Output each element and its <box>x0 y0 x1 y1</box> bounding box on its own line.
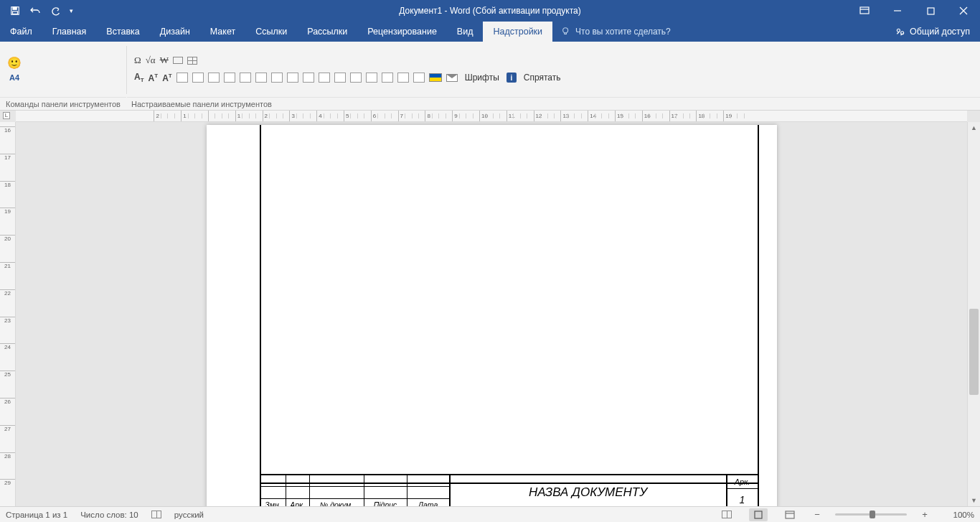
subscript-button[interactable]: AT <box>134 72 144 83</box>
tab-home[interactable]: Главная <box>42 22 97 42</box>
status-page[interactable]: Страница 1 из 1 <box>6 511 67 519</box>
document-area: L 2112345678910111213141516171819 161718… <box>0 111 980 506</box>
vertical-scrollbar[interactable]: ▲ ▼ <box>967 122 980 506</box>
smiley-icon[interactable]: 🙂 <box>7 57 22 69</box>
status-words[interactable]: Число слов: 10 <box>80 511 138 519</box>
vertical-ruler[interactable]: 1617181920212223242526272829 <box>0 122 16 506</box>
frame-btn-3[interactable] <box>208 73 220 83</box>
svg-point-9 <box>563 28 568 33</box>
zoom-out-button[interactable]: − <box>812 509 822 520</box>
tell-me-search[interactable]: Что вы хотите сделать? <box>552 22 679 42</box>
tab-insert[interactable]: Вставка <box>96 22 149 42</box>
small-caps-button[interactable]: AT <box>162 73 172 83</box>
quick-access-toolbar: ▾ <box>0 1 76 20</box>
save-button[interactable] <box>6 1 24 20</box>
title-block-left: Змн. Арк. № докум. Підпис Дата <box>261 475 451 506</box>
superscript-button[interactable]: AT <box>149 73 159 83</box>
col-sign: Підпис <box>364 499 407 506</box>
frame-btn-4[interactable] <box>224 73 235 83</box>
info-icon[interactable]: i <box>507 73 517 83</box>
title-block-right: Арк. 1 <box>727 475 758 506</box>
frame-btn-11[interactable] <box>334 73 346 83</box>
ribbon-display-options-button[interactable] <box>848 0 881 22</box>
frame-btn-1[interactable] <box>176 73 188 83</box>
table1-icon[interactable] <box>187 57 197 65</box>
minimize-button[interactable] <box>881 0 914 22</box>
title-block-name: НАЗВА ДОКУМЕНТУ <box>451 475 727 506</box>
envelope-icon[interactable] <box>446 74 458 82</box>
tab-design[interactable]: Дизайн <box>150 22 200 42</box>
page-frame <box>260 125 759 484</box>
ribbon-tabs: Файл Главная Вставка Дизайн Макет Ссылки… <box>0 22 980 42</box>
tab-review[interactable]: Рецензирование <box>357 22 447 42</box>
tab-view[interactable]: Вид <box>447 22 484 42</box>
svg-rect-12 <box>755 511 762 518</box>
frame-btn-15[interactable] <box>397 73 409 83</box>
view-read-mode[interactable] <box>717 508 736 521</box>
window-title: Документ1 - Word (Сбой активации продукт… <box>399 6 580 16</box>
scroll-down-button[interactable]: ▼ <box>968 495 980 506</box>
tab-file[interactable]: Файл <box>0 22 42 42</box>
window-controls <box>848 0 980 22</box>
col-ark: Арк. <box>286 499 310 506</box>
status-language[interactable]: русский <box>174 511 204 519</box>
frame-btn-9[interactable] <box>303 73 314 83</box>
view-web-layout[interactable] <box>781 508 799 521</box>
ua-flag-icon[interactable] <box>429 73 442 82</box>
zoom-slider-thumb[interactable] <box>870 511 875 518</box>
frame-btn-16[interactable] <box>413 73 425 83</box>
horizontal-ruler[interactable]: 2112345678910111213141516171819 <box>16 111 967 122</box>
tell-me-placeholder: Что вы хотите сделать? <box>575 27 671 37</box>
close-button[interactable] <box>947 0 980 22</box>
svg-rect-1 <box>13 7 17 10</box>
page: Змн. Арк. № докум. Підпис Дата НАЗВА ДОК… <box>207 125 777 506</box>
frame-btn-12[interactable] <box>350 73 362 83</box>
proofing-icon[interactable] <box>151 511 161 518</box>
svg-rect-6 <box>928 8 934 14</box>
a4-button[interactable]: A4 <box>9 73 19 82</box>
maximize-button[interactable] <box>914 0 947 22</box>
title-bar: ▾ Документ1 - Word (Сбой активации проду… <box>0 0 980 22</box>
tab-mailings[interactable]: Рассылки <box>297 22 357 42</box>
svg-point-10 <box>897 29 900 32</box>
share-icon <box>895 27 905 37</box>
frame-btn-13[interactable] <box>366 73 377 83</box>
redo-button[interactable] <box>46 1 65 20</box>
omega-icon[interactable]: Ω <box>134 55 141 66</box>
ribbon-group-commands-caption: Команды панели инструментов <box>0 97 126 110</box>
ribbon: 🙂 A4 Команды панели инструментов Ω √α W … <box>0 42 980 111</box>
frame-btn-5[interactable] <box>240 73 251 83</box>
view-print-layout[interactable] <box>749 508 768 521</box>
zoom-slider[interactable] <box>835 513 907 516</box>
frame-btn-10[interactable] <box>319 73 330 83</box>
scroll-thumb[interactable] <box>969 309 979 395</box>
frame-btn-8[interactable] <box>287 73 298 83</box>
lightbulb-icon <box>561 27 571 37</box>
fonts-button[interactable]: Шрифты <box>462 73 502 83</box>
strike-icon[interactable]: W <box>160 55 169 66</box>
ribbon-group-custom-caption: Настраиваемые панели инструментов <box>127 97 980 110</box>
frame-btn-2[interactable] <box>192 73 204 83</box>
svg-rect-2 <box>13 11 18 14</box>
col-doc: № докум. <box>310 499 364 506</box>
frame-btn-14[interactable] <box>382 73 393 83</box>
tab-selector[interactable]: L <box>3 112 10 119</box>
tab-references[interactable]: Ссылки <box>245 22 297 42</box>
undo-button[interactable] <box>26 1 44 20</box>
page-number: 1 <box>727 489 758 506</box>
scroll-up-button[interactable]: ▲ <box>968 122 980 134</box>
tab-addins[interactable]: Надстройки <box>483 22 552 42</box>
zoom-in-button[interactable]: + <box>920 509 930 520</box>
zoom-level[interactable]: 100% <box>943 511 974 519</box>
frame-btn-6[interactable] <box>255 73 267 83</box>
tab-layout[interactable]: Макет <box>200 22 245 42</box>
frame-btn-7[interactable] <box>271 73 283 83</box>
qat-customize-button[interactable]: ▾ <box>66 1 76 20</box>
sqrt-icon[interactable]: √α <box>146 55 156 66</box>
page-canvas[interactable]: Змн. Арк. № докум. Підпис Дата НАЗВА ДОК… <box>16 122 967 506</box>
share-button[interactable]: Общий доступ <box>885 22 980 42</box>
rect1-icon[interactable] <box>173 57 183 64</box>
hide-button[interactable]: Спрятать <box>521 73 564 83</box>
col-date: Дата <box>407 499 451 506</box>
svg-rect-3 <box>860 7 869 14</box>
